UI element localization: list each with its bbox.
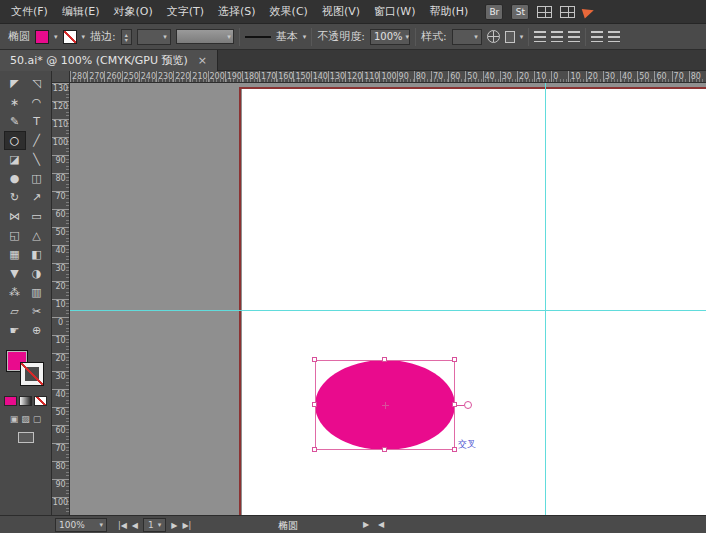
ruler-label: 260 [104, 71, 121, 82]
eyedropper-tool[interactable]: ▼ [4, 264, 26, 283]
artboard-number-field[interactable]: 1▾ [143, 518, 166, 532]
prev-artboard-button[interactable]: ◀ [132, 521, 138, 530]
slice-tool[interactable]: ✂ [26, 302, 48, 321]
menu-item-6[interactable]: 视图(V) [315, 4, 367, 19]
stroke-weight-stepper[interactable]: ▴▾ [121, 29, 132, 45]
align-center-icon[interactable] [551, 31, 563, 42]
pencil-tool[interactable]: ╲ [26, 150, 48, 169]
fill-color-swatch[interactable] [35, 30, 49, 44]
type-tool[interactable]: T [26, 112, 48, 131]
none-mode-button[interactable] [34, 396, 47, 406]
brush-dropdown-arrow-icon[interactable]: ▾ [303, 33, 307, 41]
pen-tool[interactable]: ✎ [4, 112, 26, 131]
horizontal-guide[interactable] [70, 310, 706, 311]
free-transform-tool[interactable]: ▭ [26, 207, 48, 226]
fill-dropdown-arrow-icon[interactable]: ▾ [54, 33, 58, 41]
ruler-label: 130 [52, 83, 69, 101]
menu-item-2[interactable]: 对象(O) [106, 4, 159, 19]
selection-handle-s[interactable] [382, 447, 387, 452]
ruler-label: 0 [52, 317, 69, 335]
width-tool[interactable]: ⋈ [4, 207, 26, 226]
zoom-tool[interactable]: ⊕ [26, 321, 48, 340]
stock-icon[interactable]: St [511, 4, 529, 20]
lasso-tool[interactable]: ◠ [26, 93, 48, 112]
scale-tool[interactable]: ↗ [26, 188, 48, 207]
color-mode-button[interactable] [4, 396, 17, 406]
symbol-sprayer-tool[interactable]: ⁂ [4, 283, 26, 302]
menu-item-0[interactable]: 文件(F) [4, 4, 55, 19]
selection-handle-ne[interactable] [452, 357, 457, 362]
tab-close-icon[interactable]: × [198, 54, 207, 67]
next-artboard-button[interactable]: ▶ [171, 521, 177, 530]
selection-tool[interactable]: ◤ [4, 74, 26, 93]
rotate-tool[interactable]: ↻ [4, 188, 26, 207]
document-setup-icon[interactable] [505, 31, 515, 43]
line-segment-tool[interactable]: ╱ [26, 131, 48, 150]
selection-handle-se[interactable] [452, 447, 457, 452]
stroke-swatch[interactable] [21, 363, 43, 385]
blend-tool[interactable]: ◑ [26, 264, 48, 283]
opacity-field[interactable]: 100%▾ [370, 29, 410, 45]
share-icon[interactable] [582, 5, 596, 18]
stroke-color-swatch[interactable] [63, 30, 77, 44]
arrange-documents-icon[interactable] [560, 6, 575, 18]
stroke-weight-field[interactable]: ▾ [137, 29, 171, 45]
ellipse-tool[interactable]: ○ [4, 131, 26, 150]
artboard-tool[interactable]: ▱ [4, 302, 26, 321]
document-setup-arrow-icon[interactable]: ▾ [520, 33, 524, 41]
draw-normal-icon[interactable]: ▣ [10, 414, 19, 424]
last-artboard-button[interactable]: ▶| [182, 521, 191, 530]
gradient-tool[interactable]: ◧ [26, 245, 48, 264]
vertical-guide[interactable] [545, 83, 546, 515]
align-left-icon[interactable] [534, 31, 546, 42]
ruler-origin-corner[interactable] [52, 71, 70, 83]
column-graph-tool[interactable]: ▥ [26, 283, 48, 302]
stroke-dropdown-arrow-icon[interactable]: ▾ [82, 33, 86, 41]
direct-selection-tool[interactable]: ◹ [26, 74, 48, 93]
paintbrush-tool[interactable]: ◪ [4, 150, 26, 169]
draw-behind-icon[interactable]: ▨ [21, 414, 30, 424]
canvas[interactable]: 交叉 [70, 83, 706, 515]
document-tab[interactable]: 50.ai* @ 100% (CMYK/GPU 预览) × [0, 50, 218, 71]
draw-inside-icon[interactable]: ▢ [33, 414, 42, 424]
menu-item-1[interactable]: 编辑(E) [55, 4, 107, 19]
distribute-icon[interactable] [591, 31, 603, 42]
shape-builder-tool[interactable]: ◱ [4, 226, 26, 245]
illustrator-window: 文件(F)编辑(E)对象(O)文字(T)选择(S)效果(C)视图(V)窗口(W)… [0, 0, 706, 533]
first-artboard-button[interactable]: |◀ [118, 521, 127, 530]
menu-item-8[interactable]: 帮助(H) [422, 4, 475, 19]
style-dropdown[interactable]: ▾ [452, 29, 482, 45]
transform-widget-handle[interactable] [464, 401, 472, 409]
align-right-icon[interactable] [568, 31, 580, 42]
status-panel-arrow-right[interactable]: ▶ [363, 520, 369, 529]
vertical-ruler[interactable]: 1301201101009080706050403020100102030405… [52, 83, 70, 515]
selection-handle-w[interactable] [312, 402, 317, 407]
mesh-tool[interactable]: ▦ [4, 245, 26, 264]
ruler-label: 110 [362, 71, 379, 82]
hand-tool[interactable]: ☛ [4, 321, 26, 340]
selection-handle-n[interactable] [382, 357, 387, 362]
zoom-dropdown[interactable]: 100%▾ [55, 518, 107, 532]
magic-wand-tool[interactable]: ∗ [4, 93, 26, 112]
transform-icon[interactable] [608, 31, 620, 42]
horizontal-ruler[interactable]: 2802702602502402302202102001901801701601… [70, 71, 706, 83]
ruler-label: 120 [345, 71, 362, 82]
selection-handle-nw[interactable] [312, 357, 317, 362]
globe-icon[interactable] [487, 30, 500, 43]
menu-item-5[interactable]: 效果(C) [263, 4, 315, 19]
menu-item-4[interactable]: 选择(S) [211, 4, 263, 19]
selection-handle-sw[interactable] [312, 447, 317, 452]
bridge-icon[interactable]: Br [485, 4, 503, 20]
eraser-tool[interactable]: ◫ [26, 169, 48, 188]
workspace-icon[interactable] [537, 6, 552, 18]
menu-item-7[interactable]: 窗口(W) [367, 4, 422, 19]
ruler-label: 280 [70, 71, 87, 82]
menu-item-3[interactable]: 文字(T) [160, 4, 211, 19]
ruler-label: 80 [414, 71, 431, 82]
status-panel-arrow-left[interactable]: ◀ [378, 520, 384, 529]
stroke-profile-dropdown[interactable]: ▾ [176, 29, 234, 44]
gradient-mode-button[interactable] [19, 396, 32, 406]
screen-mode-button[interactable] [18, 432, 34, 443]
perspective-grid-tool[interactable]: △ [26, 226, 48, 245]
blob-brush-tool[interactable]: ● [4, 169, 26, 188]
